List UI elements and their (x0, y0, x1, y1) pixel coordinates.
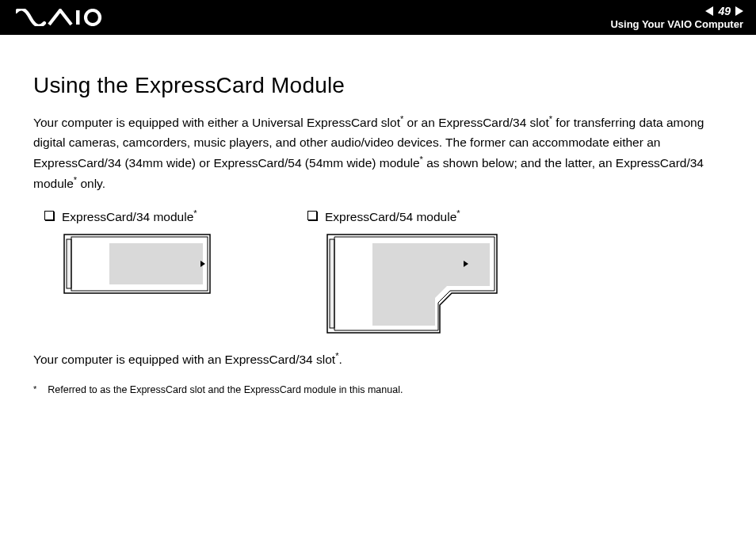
footnote: * Referred to as the ExpressCard slot an… (33, 384, 723, 395)
text-segment: Your computer is equipped with either a … (33, 116, 400, 129)
header-right: 49 Using Your VAIO Computer (610, 6, 743, 30)
prev-page-icon[interactable] (705, 6, 713, 16)
footnote-text: Referred to as the ExpressCard slot and … (48, 384, 403, 395)
list-item: ExpressCard/54 module* (307, 208, 499, 224)
card-label-text: ExpressCard/54 module* (325, 208, 460, 224)
text-segment: Your computer is equipped with an Expres… (33, 353, 335, 366)
next-page-icon[interactable] (735, 6, 743, 16)
equipped-paragraph: Your computer is equipped with an Expres… (33, 349, 723, 370)
text-segment: ExpressCard/34 module (62, 210, 193, 223)
svg-rect-0 (76, 10, 80, 25)
svg-rect-5 (109, 243, 203, 284)
square-bullet-icon (44, 211, 54, 220)
text-segment: ExpressCard/54 module (325, 210, 456, 223)
page-content: Using the ExpressCard Module Your comput… (0, 35, 756, 395)
expresscard-34-block: ExpressCard/34 module* (44, 208, 212, 338)
square-bullet-icon (307, 211, 317, 220)
footnote-mark: * (33, 384, 36, 395)
page-header: 49 Using Your VAIO Computer (0, 0, 756, 35)
card-illustrations: ExpressCard/34 module* ExpressCard/54 mo… (44, 208, 723, 338)
vaio-logo (16, 9, 103, 26)
intro-paragraph: Your computer is equipped with either a … (33, 113, 723, 194)
svg-rect-3 (67, 239, 71, 288)
section-title: Using Your VAIO Computer (610, 18, 743, 30)
text-segment: . (338, 353, 342, 366)
footnote-marker: * (456, 208, 460, 218)
page-number: 49 (718, 6, 731, 17)
expresscard-34-diagram (62, 232, 212, 299)
expresscard-54-block: ExpressCard/54 module* (307, 208, 499, 338)
page-title: Using the ExpressCard Module (33, 73, 723, 98)
text-segment: only. (77, 177, 105, 190)
expresscard-54-diagram (325, 232, 499, 338)
svg-point-1 (86, 10, 100, 25)
card-label-text: ExpressCard/34 module* (62, 208, 197, 224)
list-item: ExpressCard/34 module* (44, 208, 212, 224)
page-navigator: 49 (610, 6, 743, 17)
footnote-marker: * (193, 208, 197, 218)
svg-rect-7 (330, 239, 334, 328)
text-segment: or an ExpressCard/34 slot (403, 116, 549, 129)
